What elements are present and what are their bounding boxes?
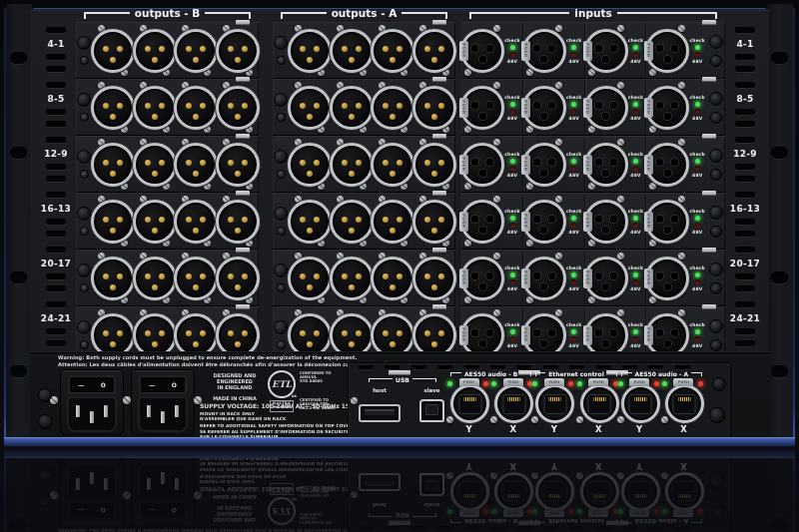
xlr-output-male[interactable] xyxy=(289,194,331,249)
module-button[interactable] xyxy=(77,93,91,107)
check-button[interactable] xyxy=(709,263,723,276)
phantom-48v-button[interactable] xyxy=(710,169,722,181)
push-latch[interactable]: PUSH xyxy=(521,155,530,175)
iec-socket-1[interactable] xyxy=(67,396,117,432)
xlr-output-male[interactable] xyxy=(373,194,414,249)
xlr-input-female[interactable]: PUSH xyxy=(523,194,565,249)
xlr-input-female[interactable]: PUSH xyxy=(461,251,503,305)
ethercon-port[interactable]: PUSH xyxy=(663,379,704,423)
xlr-output-male[interactable] xyxy=(134,137,176,192)
power-switch-1[interactable]: — O xyxy=(68,375,116,394)
push-latch[interactable]: PUSH xyxy=(644,155,653,175)
xlr-output-male[interactable] xyxy=(134,194,176,249)
push-latch[interactable]: PUSH xyxy=(583,155,592,175)
xlr-output-male[interactable] xyxy=(289,251,331,305)
xlr-output-male[interactable] xyxy=(373,251,414,305)
xlr-input-female[interactable]: PUSH xyxy=(523,251,565,305)
xlr-output-male[interactable] xyxy=(176,137,218,192)
module-button[interactable] xyxy=(274,150,288,164)
xlr-output-male[interactable] xyxy=(331,80,373,135)
xlr-output-male[interactable] xyxy=(176,23,218,78)
xlr-input-female[interactable]: PUSH xyxy=(585,251,627,305)
usb-slave-port[interactable] xyxy=(419,399,444,422)
xlr-output-male[interactable] xyxy=(92,251,134,305)
xlr-output-male[interactable] xyxy=(92,137,134,192)
xlr-input-female[interactable]: PUSH xyxy=(585,23,627,78)
push-latch[interactable]: PUSH xyxy=(459,212,468,232)
xlr-input-female[interactable]: PUSH xyxy=(646,80,688,135)
xlr-output-male[interactable] xyxy=(289,137,331,192)
push-latch[interactable]: PUSH xyxy=(629,378,649,386)
check-button[interactable] xyxy=(709,319,723,333)
xlr-output-male[interactable] xyxy=(373,137,414,192)
xlr-output-male[interactable] xyxy=(217,194,259,249)
xlr-output-male[interactable] xyxy=(413,80,455,135)
push-latch[interactable]: PUSH xyxy=(459,325,468,345)
check-button[interactable] xyxy=(709,35,723,49)
push-latch[interactable]: PUSH xyxy=(583,212,592,232)
xlr-input-female[interactable]: PUSH xyxy=(646,137,688,192)
xlr-output-male[interactable] xyxy=(413,137,455,192)
xlr-output-male[interactable] xyxy=(289,23,331,78)
xlr-output-male[interactable] xyxy=(92,23,134,78)
module-button[interactable] xyxy=(274,36,288,50)
push-latch[interactable]: PUSH xyxy=(644,98,653,118)
xlr-input-female[interactable]: PUSH xyxy=(461,137,503,192)
push-latch[interactable]: PUSH xyxy=(673,378,693,386)
xlr-output-male[interactable] xyxy=(176,194,218,249)
xlr-output-male[interactable] xyxy=(413,23,455,78)
push-latch[interactable]: PUSH xyxy=(644,41,653,61)
push-latch[interactable]: PUSH xyxy=(459,378,479,386)
xlr-output-male[interactable] xyxy=(217,23,259,78)
xlr-output-male[interactable] xyxy=(217,251,259,305)
module-button[interactable] xyxy=(274,264,288,277)
iec-socket-2[interactable] xyxy=(138,396,188,432)
phantom-48v-button[interactable] xyxy=(710,226,722,238)
push-latch[interactable]: PUSH xyxy=(459,155,468,175)
push-latch[interactable]: PUSH xyxy=(544,378,564,386)
xlr-output-male[interactable] xyxy=(176,251,218,305)
push-latch[interactable]: PUSH xyxy=(583,41,592,61)
push-latch[interactable]: PUSH xyxy=(644,325,653,345)
push-latch[interactable]: PUSH xyxy=(459,41,468,61)
ethercon-port[interactable]: PUSH xyxy=(619,379,660,423)
xlr-output-male[interactable] xyxy=(331,137,373,192)
push-latch[interactable]: PUSH xyxy=(644,268,653,288)
xlr-output-male[interactable] xyxy=(92,80,134,135)
xlr-input-female[interactable]: PUSH xyxy=(585,137,627,192)
phantom-48v-button[interactable] xyxy=(710,282,722,294)
module-button[interactable] xyxy=(77,320,91,334)
xlr-output-male[interactable] xyxy=(92,194,134,249)
xlr-input-female[interactable]: PUSH xyxy=(523,137,565,192)
module-button[interactable] xyxy=(77,36,91,50)
xlr-input-female[interactable]: PUSH xyxy=(646,23,688,78)
push-latch[interactable]: PUSH xyxy=(588,378,608,386)
xlr-output-male[interactable] xyxy=(134,80,176,135)
module-button[interactable] xyxy=(77,207,91,221)
xlr-output-male[interactable] xyxy=(176,80,218,135)
module-button[interactable] xyxy=(77,150,91,164)
module-button[interactable] xyxy=(274,320,288,334)
check-button[interactable] xyxy=(709,149,723,163)
xlr-input-female[interactable]: PUSH xyxy=(646,194,688,249)
power-switch-2[interactable]: — O xyxy=(139,375,187,394)
xlr-input-female[interactable]: PUSH xyxy=(585,194,627,249)
push-latch[interactable]: PUSH xyxy=(521,212,530,232)
push-latch[interactable]: PUSH xyxy=(583,268,592,288)
xlr-output-male[interactable] xyxy=(289,80,331,135)
push-latch[interactable]: PUSH xyxy=(521,41,530,61)
xlr-input-female[interactable]: PUSH xyxy=(523,23,565,78)
xlr-input-female[interactable]: PUSH xyxy=(461,80,503,135)
xlr-output-male[interactable] xyxy=(217,137,259,192)
xlr-output-male[interactable] xyxy=(373,80,414,135)
phantom-48v-button[interactable] xyxy=(710,339,722,351)
xlr-output-male[interactable] xyxy=(331,194,373,249)
push-latch[interactable]: PUSH xyxy=(459,98,468,118)
push-latch[interactable]: PUSH xyxy=(521,325,530,345)
xlr-output-male[interactable] xyxy=(331,251,373,305)
module-button[interactable] xyxy=(274,93,288,107)
push-latch[interactable]: PUSH xyxy=(583,98,592,118)
push-latch[interactable]: PUSH xyxy=(503,378,523,386)
xlr-output-male[interactable] xyxy=(331,23,373,78)
xlr-input-female[interactable]: PUSH xyxy=(523,80,565,135)
